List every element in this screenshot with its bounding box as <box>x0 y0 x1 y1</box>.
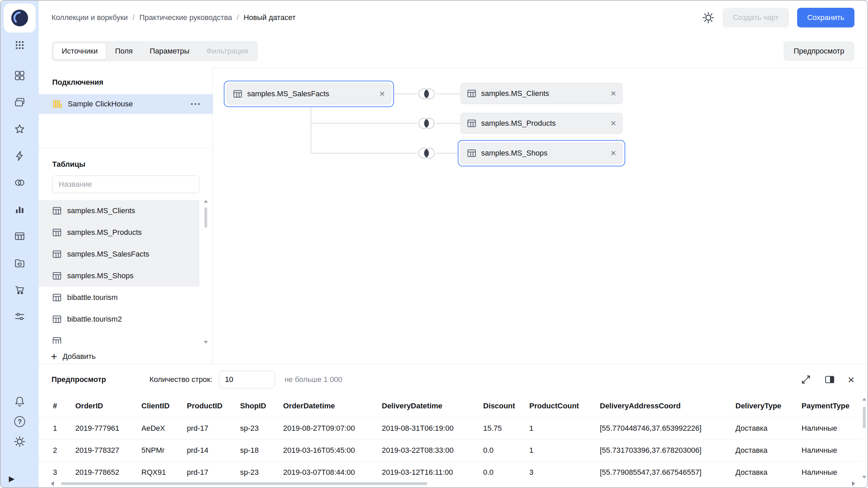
join-type-button[interactable] <box>417 146 436 160</box>
table-node-salesfacts[interactable]: samples.MS_SalesFacts × <box>224 81 394 107</box>
scrollbar-thumb[interactable] <box>863 407 866 428</box>
rail-item-collections[interactable] <box>14 97 25 108</box>
table-list-item-partial[interactable] <box>39 330 199 344</box>
save-button[interactable]: Сохранить <box>797 8 854 27</box>
breadcrumb-item-workbook[interactable]: Практические руководства <box>139 13 232 22</box>
table-icon <box>52 228 62 237</box>
row-count-input[interactable] <box>219 371 275 388</box>
table-node-shops[interactable]: samples.MS_Shops × <box>458 140 625 166</box>
datalens-logo[interactable] <box>4 3 36 33</box>
overlapping-circles-icon <box>14 177 25 188</box>
rail-item-favorites[interactable] <box>14 123 25 135</box>
table-cell: RQX91 <box>141 461 187 480</box>
table-cell: Доставка <box>735 461 802 480</box>
dashboards-icon <box>14 70 25 81</box>
close-preview-button[interactable]: × <box>848 374 854 385</box>
tables-list: samples.MS_Clients samples.MS_Products s… <box>39 200 213 344</box>
connection-more-button[interactable]: ··· <box>191 99 201 109</box>
scrollbar-thumb[interactable] <box>204 207 207 228</box>
table-cell: sp-23 <box>240 417 283 439</box>
rail-item-datasets[interactable] <box>14 177 25 188</box>
table-list-item[interactable]: samples.MS_Products <box>39 222 199 243</box>
rail-item-notifications[interactable] <box>14 396 25 407</box>
collapse-arrow-icon: ▶ <box>9 474 15 483</box>
left-rail: ? ▶ <box>1 1 39 487</box>
table-list-item[interactable]: bibattle.tourism2 <box>39 308 199 330</box>
remove-table-button[interactable]: × <box>379 89 385 99</box>
rail-item-connections[interactable] <box>14 150 25 162</box>
table-list-item[interactable]: samples.MS_Clients <box>39 200 199 222</box>
preview-title: Предпросмотр <box>52 375 106 384</box>
remove-table-button[interactable]: × <box>611 89 616 98</box>
breadcrumb-separator: / <box>237 13 239 22</box>
scroll-left-arrow-icon[interactable] <box>51 481 54 486</box>
table-cell: 1 <box>529 439 600 461</box>
tab-filtering[interactable]: Фильтрация <box>198 43 256 60</box>
add-table-button[interactable]: + Добавить <box>51 348 96 365</box>
dataset-settings-button[interactable] <box>702 12 714 24</box>
rail-item-services[interactable] <box>14 311 25 322</box>
table-cell: Доставка <box>735 439 802 461</box>
cart-icon <box>14 284 25 296</box>
horizontal-scrollbar[interactable] <box>51 481 855 486</box>
rail-item-apps[interactable] <box>14 39 25 51</box>
table-icon <box>467 148 476 158</box>
tab-parameters[interactable]: Параметры <box>142 43 198 60</box>
rail-item-charts[interactable] <box>14 204 25 215</box>
join-line <box>436 94 460 94</box>
tab-sources[interactable]: Источники <box>53 43 106 60</box>
rail-item-storage[interactable] <box>14 257 25 269</box>
scroll-down-arrow-icon[interactable] <box>862 476 866 479</box>
scroll-right-arrow-icon[interactable] <box>852 481 855 486</box>
inner-join-icon <box>417 87 436 101</box>
join-type-button[interactable] <box>417 117 436 130</box>
vertical-scrollbar[interactable] <box>862 398 867 479</box>
column-header: ClientID <box>141 395 187 417</box>
folder-icon <box>14 257 25 269</box>
preview-toggle-button[interactable]: Предпросмотр <box>784 41 854 61</box>
rail-item-tables[interactable] <box>14 230 25 242</box>
table-cell: [55.731703396,37.678203006] <box>600 439 735 461</box>
table-icon <box>52 249 62 259</box>
datalens-logo-icon <box>10 8 29 28</box>
table-node-products[interactable]: samples.MS_Products × <box>460 113 623 134</box>
collapse-panel-button[interactable]: ▶ <box>1 474 15 483</box>
row-count-hint: не больше 1 000 <box>284 375 342 384</box>
table-cell: 5NPMr <box>141 439 187 461</box>
expand-preview-button[interactable] <box>800 374 812 385</box>
gear-icon <box>14 436 25 447</box>
scroll-up-arrow-icon[interactable] <box>204 200 208 203</box>
apps-grid-icon <box>14 39 25 51</box>
rail-item-marketplace[interactable] <box>14 284 25 296</box>
table-list-item[interactable]: samples.MS_SalesFacts <box>39 243 199 265</box>
table-search-input[interactable] <box>52 176 199 193</box>
tab-fields[interactable]: Поля <box>107 43 141 60</box>
preview-toolbar-actions: × <box>800 374 854 385</box>
table-icon <box>233 89 242 99</box>
table-cell: 2019-778652 <box>75 461 141 480</box>
table-node-clients[interactable]: samples.MS_Clients × <box>460 83 623 104</box>
scroll-up-arrow-icon[interactable] <box>862 398 866 401</box>
scrollbar-thumb[interactable] <box>61 482 427 485</box>
rail-item-help[interactable]: ? <box>14 416 25 427</box>
connection-item[interactable]: Sample ClickHouse ··· <box>39 94 213 114</box>
table-cell: Доставка <box>735 417 802 439</box>
tables-scrollbar[interactable] <box>203 200 208 344</box>
scroll-down-arrow-icon[interactable] <box>204 341 208 344</box>
remove-table-button[interactable]: × <box>611 119 616 128</box>
rail-item-dashboards[interactable] <box>14 70 25 81</box>
split-view-button[interactable] <box>824 374 835 385</box>
table-node-label: samples.MS_Products <box>481 119 556 128</box>
join-type-button[interactable] <box>417 87 436 101</box>
table-icon <box>467 89 476 98</box>
breadcrumb-item-collections[interactable]: Коллекции и воркбуки <box>52 13 128 22</box>
join-line <box>436 123 460 124</box>
column-header: DeliveryDatetime <box>382 395 483 417</box>
column-header: ProductID <box>187 395 240 417</box>
table-list-item[interactable]: bibattle.tourism <box>39 287 199 308</box>
remove-table-button[interactable]: × <box>611 148 616 158</box>
plus-icon: + <box>51 351 57 362</box>
rail-item-settings[interactable] <box>14 436 25 447</box>
table-list-item[interactable]: samples.MS_Shops <box>39 265 199 287</box>
create-chart-button[interactable]: Создать чарт <box>723 8 789 27</box>
